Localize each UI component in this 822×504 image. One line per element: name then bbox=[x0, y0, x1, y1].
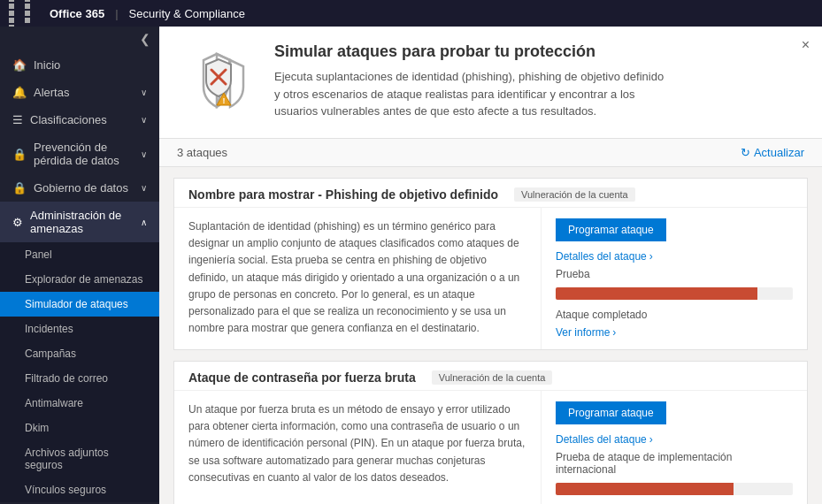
sidebar-sub-simulador[interactable]: Simulador de ataques bbox=[0, 292, 159, 317]
attack-card-1-desc: Suplantación de identidad (phishing) es … bbox=[174, 208, 542, 349]
section-name: Security & Compliance bbox=[129, 7, 246, 20]
attack-card-2-actions: Programar ataque Detalles del ataque › P… bbox=[542, 391, 807, 504]
progress-fill-1 bbox=[556, 287, 757, 300]
attacks-count: 3 ataques bbox=[177, 146, 227, 159]
attack-card-2-title: Ataque de contraseña por fuerza bruta bbox=[188, 370, 416, 385]
banner-icon-area: ! bbox=[177, 42, 257, 122]
banner-title: Simular ataques para probar tu protecció… bbox=[274, 42, 804, 61]
chevron-alertas: ∨ bbox=[141, 88, 147, 97]
topbar: Office 365 | Security & Compliance bbox=[0, 0, 822, 27]
sidebar-label-clasificaciones: Clasificaciones bbox=[30, 113, 107, 126]
sidebar-label-gobierno: Gobierno de datos bbox=[34, 181, 128, 195]
attack-card-2-body: Un ataque por fuerza bruta es un método … bbox=[174, 391, 807, 504]
chevron-amenazas: ∧ bbox=[141, 218, 147, 227]
sidebar-item-gobierno[interactable]: 🔒 Gobierno de datos ∨ bbox=[0, 174, 159, 202]
attacks-bar: 3 ataques ↻ Actualizar bbox=[159, 139, 822, 167]
attack-card-2-badge: Vulneración de la cuenta bbox=[432, 370, 553, 385]
view-report-label-1: Ver informe bbox=[556, 326, 610, 339]
chevron-gobierno: ∨ bbox=[141, 183, 147, 193]
test-label-2: Prueba de ataque de implementación inter… bbox=[556, 451, 793, 476]
refresh-button[interactable]: ↻ Actualizar bbox=[741, 146, 804, 159]
sidebar-item-prevencion[interactable]: 🔒 Prevención de pérdida de datos ∨ bbox=[0, 134, 159, 174]
banner-close-button[interactable]: × bbox=[802, 37, 810, 53]
main-area: ! Simular ataques para probar tu protecc… bbox=[159, 27, 822, 504]
svg-text:!: ! bbox=[223, 96, 226, 105]
program-attack-button-1[interactable]: Programar ataque bbox=[556, 218, 666, 241]
attack-card-1-title: Nombre para mostrar - Phishing de objeti… bbox=[188, 187, 498, 202]
home-icon: 🏠 bbox=[12, 58, 27, 72]
program-attack-button-2[interactable]: Programar ataque bbox=[556, 401, 666, 424]
progress-fill-2 bbox=[556, 483, 734, 495]
chevron-clasificaciones: ∨ bbox=[141, 115, 147, 125]
attack-status-1: Ataque completado bbox=[556, 309, 793, 321]
app-name: Office 365 bbox=[50, 7, 104, 20]
progress-bar-2 bbox=[556, 483, 793, 495]
view-report-chevron-1: › bbox=[612, 326, 616, 339]
sidebar-sub-antimalware[interactable]: Antimalware bbox=[0, 391, 159, 416]
sidebar-collapse-btn[interactable]: ❮ bbox=[0, 27, 159, 51]
banner-text-area: Simular ataques para probar tu protecció… bbox=[274, 42, 804, 120]
progress-bar-1 bbox=[556, 287, 793, 300]
sidebar-item-alertas[interactable]: 🔔 Alertas ∨ bbox=[0, 79, 159, 106]
attack-card-2-desc: Un ataque por fuerza bruta es un método … bbox=[174, 391, 542, 504]
content-area: 3 ataques ↻ Actualizar Nombre para mostr… bbox=[159, 139, 822, 504]
view-report-link-1[interactable]: Ver informe › bbox=[556, 326, 793, 339]
sidebar-label-prevencion: Prevención de pérdida de datos bbox=[34, 141, 141, 167]
sidebar-sub-archivos[interactable]: Archivos adjuntos seguros bbox=[0, 440, 159, 477]
attack-card-2: Ataque de contraseña por fuerza bruta Vu… bbox=[173, 361, 808, 504]
sidebar-label-alertas: Alertas bbox=[34, 86, 69, 99]
attack-simulation-icon: ! bbox=[181, 47, 252, 118]
sidebar-sub-vinculos[interactable]: Vínculos seguros bbox=[0, 477, 159, 502]
sidebar-sub-campanas[interactable]: Campañas bbox=[0, 341, 159, 366]
layout: ❮ 🏠 Inicio 🔔 Alertas ∨ ☰ Clasificaciones… bbox=[0, 27, 822, 504]
sidebar-sub-panel[interactable]: Panel bbox=[0, 242, 159, 267]
banner: ! Simular ataques para probar tu protecc… bbox=[159, 27, 822, 139]
details-label-1: Detalles del ataque bbox=[556, 250, 647, 263]
details-chevron-1: › bbox=[649, 250, 653, 263]
test-label-1: Prueba bbox=[556, 268, 793, 280]
sidebar-sub-dkim[interactable]: Dkim bbox=[0, 416, 159, 440]
details-label-2: Detalles del ataque bbox=[556, 433, 647, 446]
sidebar-sub-incidentes[interactable]: Incidentes bbox=[0, 317, 159, 341]
attack-card-1-body: Suplantación de identidad (phishing) es … bbox=[174, 208, 807, 349]
sidebar-sub-explorador[interactable]: Explorador de amenazas bbox=[0, 267, 159, 292]
gear-icon: ⚙ bbox=[12, 216, 23, 229]
details-link-1[interactable]: Detalles del ataque › bbox=[556, 250, 653, 263]
sidebar-submenu: Panel Explorador de amenazas Simulador d… bbox=[0, 242, 159, 502]
topbar-divider: | bbox=[115, 7, 118, 20]
sidebar-label-inicio: Inicio bbox=[34, 58, 60, 72]
sidebar-item-clasificaciones[interactable]: ☰ Clasificaciones ∨ bbox=[0, 106, 159, 134]
attack-card-1-badge: Vulneración de la cuenta bbox=[514, 187, 635, 202]
sidebar-sub-filtrado[interactable]: Filtrado de correo bbox=[0, 366, 159, 391]
refresh-icon: ↻ bbox=[741, 146, 750, 159]
attack-card-1-header: Nombre para mostrar - Phishing de objeti… bbox=[174, 179, 807, 208]
details-chevron-2: › bbox=[649, 433, 653, 446]
sidebar-item-inicio[interactable]: 🏠 Inicio bbox=[0, 51, 159, 79]
bell-icon: 🔔 bbox=[12, 86, 27, 99]
collapse-icon[interactable]: ❮ bbox=[140, 32, 150, 46]
refresh-label: Actualizar bbox=[754, 146, 804, 159]
banner-description: Ejecuta suplantaciones de identidad (phi… bbox=[274, 68, 672, 120]
attack-card-2-header: Ataque de contraseña por fuerza bruta Vu… bbox=[174, 362, 807, 391]
list-icon: ☰ bbox=[12, 113, 23, 126]
sidebar-item-amenazas[interactable]: ⚙ Administración de amenazas ∧ bbox=[0, 202, 159, 242]
lock-icon: 🔒 bbox=[12, 148, 27, 161]
sidebar: ❮ 🏠 Inicio 🔔 Alertas ∨ ☰ Clasificaciones… bbox=[0, 27, 159, 504]
sidebar-label-amenazas: Administración de amenazas bbox=[30, 209, 141, 235]
chevron-prevencion: ∨ bbox=[141, 149, 147, 159]
details-link-2[interactable]: Detalles del ataque › bbox=[556, 433, 653, 446]
gov-lock-icon: 🔒 bbox=[12, 181, 27, 195]
app-grid-icon bbox=[9, 0, 39, 30]
attack-card-1: Nombre para mostrar - Phishing de objeti… bbox=[173, 178, 808, 350]
attack-card-1-actions: Programar ataque Detalles del ataque › P… bbox=[542, 208, 807, 349]
